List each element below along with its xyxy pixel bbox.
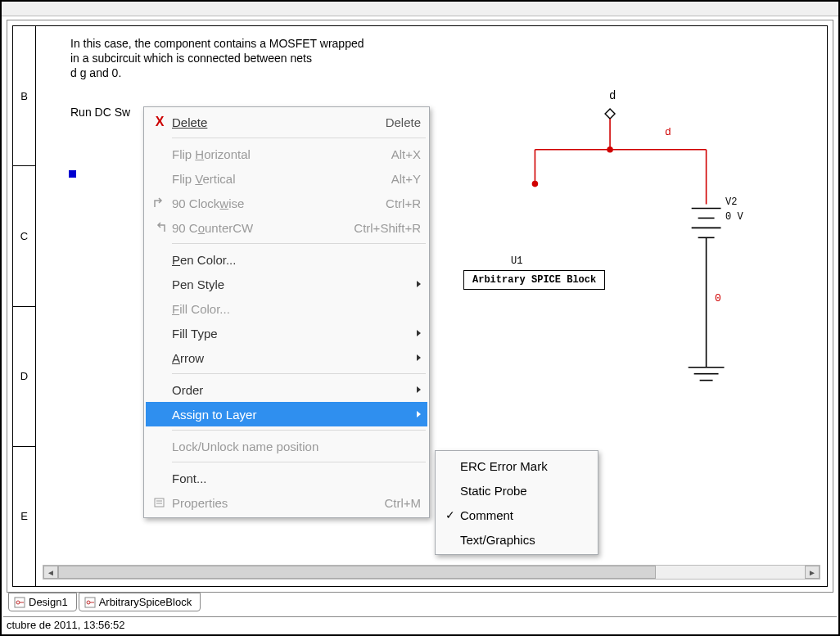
menu-fill-color[interactable]: Fill Color... xyxy=(146,296,427,321)
tab-design1[interactable]: Design1 xyxy=(8,593,77,611)
submenu-arrow-icon xyxy=(417,281,421,287)
menu-font-label: Font... xyxy=(170,471,421,485)
menu-delete-shortcut: Delete xyxy=(369,115,421,129)
row-label-c: C xyxy=(13,166,35,306)
menu-order[interactable]: Order xyxy=(146,377,427,402)
submenu-text-graphics[interactable]: Text/Graphics xyxy=(437,527,596,552)
menu-flip-horizontal[interactable]: Flip Horizontal Alt+X xyxy=(146,142,427,166)
submenu-arrow-icon xyxy=(417,386,421,393)
rotate-ccw-icon xyxy=(149,221,170,234)
assign-layer-submenu[interactable]: ERC Error Mark Static Probe ✓ Comment Te… xyxy=(435,450,598,555)
submenu-arrow-icon xyxy=(417,330,421,336)
svg-point-4 xyxy=(532,182,537,187)
document-tabs: Design1 ArbitrarySpiceBlock xyxy=(8,593,202,611)
submenu-arrow-icon xyxy=(417,411,421,417)
menu-pen-style[interactable]: Pen Style xyxy=(146,272,427,296)
row-ruler: B C D E xyxy=(13,26,36,586)
submenu-text-graphics-label: Text/Graphics xyxy=(460,533,535,547)
menu-separator xyxy=(172,430,426,431)
menu-arrow[interactable]: Arrow xyxy=(146,345,427,370)
menu-lock-unlock-label: Lock/Unlock name position xyxy=(170,440,421,453)
row-label-d: D xyxy=(13,307,35,447)
horizontal-scrollbar[interactable]: ◄ ► xyxy=(43,565,820,580)
menu-flip-h-shortcut: Alt+X xyxy=(375,147,421,161)
menu-rotate-cw-shortcut: Ctrl+R xyxy=(369,196,421,210)
rotate-cw-icon xyxy=(149,196,170,210)
menu-fill-type[interactable]: Fill Type xyxy=(146,321,427,345)
scroll-track[interactable] xyxy=(58,566,805,579)
menu-rotate-ccw-shortcut: Ctrl+Shift+R xyxy=(337,221,421,235)
arbitrary-spice-block[interactable]: Arbitrary SPICE Block xyxy=(463,270,605,290)
submenu-comment[interactable]: ✓ Comment xyxy=(437,503,596,527)
run-dc-line: Run DC Sw xyxy=(70,105,130,120)
tab-arbitrary-spice-block[interactable]: ArbitrarySpiceBlock xyxy=(79,593,201,611)
menu-separator xyxy=(172,243,426,244)
menu-pen-style-label: Pen Style xyxy=(170,277,410,291)
submenu-static-probe[interactable]: Static Probe xyxy=(437,478,596,503)
submenu-arrow-icon xyxy=(417,354,421,361)
row-label-e: E xyxy=(13,447,35,586)
schematic-doc-icon xyxy=(84,597,96,608)
menu-rotate-cw[interactable]: 90 Clockwise Ctrl+R xyxy=(146,191,427,215)
menu-assign-to-layer[interactable]: Assign to Layer xyxy=(146,402,427,426)
tab-design1-label: Design1 xyxy=(29,596,68,608)
menu-rotate-cw-label: 90 Clockwise xyxy=(170,196,369,210)
wire-label-d: d xyxy=(665,126,671,138)
menu-assign-layer-label: Assign to Layer xyxy=(170,408,410,422)
delete-x-icon: X xyxy=(149,115,170,129)
menu-properties-label: Properties xyxy=(170,496,368,510)
menu-rotate-ccw-label: 90 CounterCW xyxy=(170,221,337,235)
menu-rotate-ccw[interactable]: 90 CounterCW Ctrl+Shift+R xyxy=(146,215,427,240)
menu-properties-shortcut: Ctrl+M xyxy=(368,496,421,510)
description-line-3: d g and 0. xyxy=(70,65,121,80)
submenu-static-probe-label: Static Probe xyxy=(460,484,527,498)
v2-ref: V2 xyxy=(725,196,737,208)
submenu-erc-label: ERC Error Mark xyxy=(460,459,548,473)
description-line-2: in a subcircuit which is connected betwe… xyxy=(70,51,312,65)
menu-font[interactable]: Font... xyxy=(146,466,427,490)
menu-delete-label: Delete xyxy=(172,115,207,129)
menu-separator xyxy=(172,462,426,462)
menu-order-label: Order xyxy=(170,383,410,397)
menu-separator xyxy=(172,373,426,374)
submenu-comment-label: Comment xyxy=(460,508,513,522)
scroll-left-button[interactable]: ◄ xyxy=(43,566,58,579)
menu-flip-vertical[interactable]: Flip Vertical Alt+Y xyxy=(146,166,427,191)
menu-flip-h-label: Flip Horizontal xyxy=(170,147,375,161)
tab-arb-label: ArbitrarySpiceBlock xyxy=(99,596,192,608)
schematic-doc-icon xyxy=(14,597,25,608)
wire-label-0: 0 xyxy=(715,292,721,304)
menu-delete[interactable]: X Delete Delete xyxy=(146,110,427,134)
scroll-thumb[interactable] xyxy=(58,566,656,579)
check-icon: ✓ xyxy=(440,508,460,521)
scroll-right-button[interactable]: ► xyxy=(805,566,820,579)
menu-properties[interactable]: Properties Ctrl+M xyxy=(146,490,427,515)
u1-ref: U1 xyxy=(511,255,522,267)
v2-value: 0 V xyxy=(725,211,743,223)
svg-rect-14 xyxy=(155,498,164,507)
menu-fill-color-label: Fill Color... xyxy=(170,302,421,316)
svg-point-1 xyxy=(607,147,612,152)
net-label-d: d xyxy=(609,89,616,102)
description-line-1: In this case, the component contains a M… xyxy=(70,36,364,51)
menu-separator xyxy=(172,138,426,138)
menu-pen-color-label: Pen Color... xyxy=(170,253,421,267)
menu-lock-unlock[interactable]: Lock/Unlock name position xyxy=(146,434,427,458)
context-menu[interactable]: X Delete Delete Flip Horizontal Alt+X Fl… xyxy=(143,106,430,518)
submenu-erc-error-mark[interactable]: ERC Error Mark xyxy=(437,453,596,478)
status-bar: ctubre de 2011, 13:56:52 xyxy=(3,616,837,633)
menu-flip-v-shortcut: Alt+Y xyxy=(375,172,421,186)
row-label-b: B xyxy=(13,26,35,166)
menu-pen-color[interactable]: Pen Color... xyxy=(146,247,427,272)
status-text: ctubre de 2011, 13:56:52 xyxy=(7,619,125,631)
selection-handle[interactable] xyxy=(69,170,76,178)
toolbar-strip xyxy=(2,2,838,16)
properties-icon xyxy=(149,496,170,509)
menu-flip-v-label: Flip Vertical xyxy=(170,172,375,186)
menu-fill-type-label: Fill Type xyxy=(170,327,410,341)
menu-arrow-label: Arrow xyxy=(170,351,410,365)
